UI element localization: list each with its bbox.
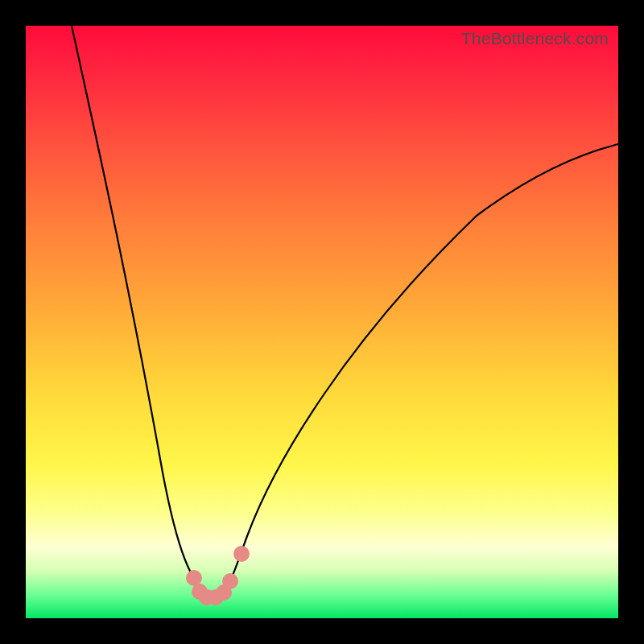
right-branch-curve bbox=[213, 144, 618, 599]
curve-layer bbox=[26, 26, 618, 618]
left-branch-curve bbox=[72, 26, 213, 599]
plot-area: TheBottleneck.com bbox=[26, 26, 618, 618]
valley-marker-cluster bbox=[186, 546, 250, 605]
marker-dot bbox=[233, 546, 250, 562]
marker-dot bbox=[222, 573, 238, 589]
outer-black-frame: TheBottleneck.com bbox=[0, 0, 644, 644]
